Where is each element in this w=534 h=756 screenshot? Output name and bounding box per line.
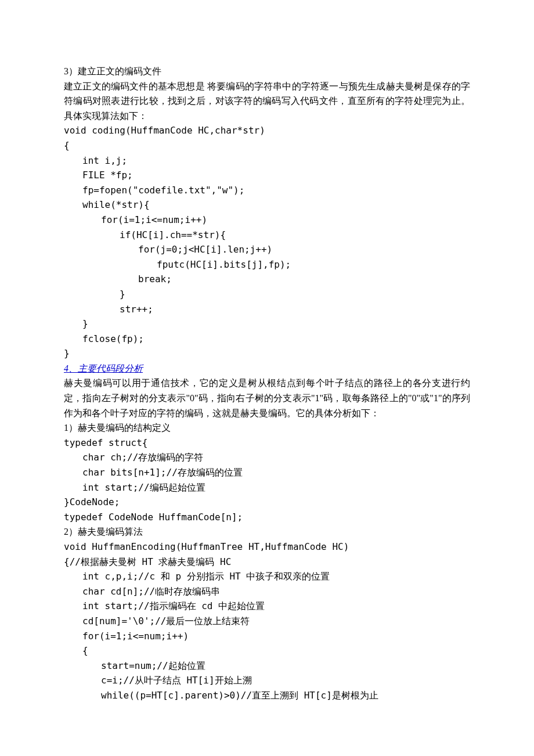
- code-line: start=num;//起始位置: [64, 658, 470, 674]
- code-line: {: [64, 643, 470, 658]
- code-line: }CodeNode;: [64, 495, 470, 510]
- section-4-paragraph: 赫夫曼编码可以用于通信技术，它的定义是树从根结点到每个叶子结点的路径上的各分支进…: [64, 376, 470, 420]
- code-line: while(*str){: [64, 197, 470, 213]
- code-line: while((p=HT[c].parent)>0)//直至上溯到 HT[c]是树…: [64, 688, 470, 703]
- subsection-4-2-title: 2）赫夫曼编码算法: [64, 524, 470, 539]
- code-line: int start;//编码起始位置: [64, 480, 470, 495]
- code-line: int start;//指示编码在 cd 中起始位置: [64, 599, 470, 614]
- code-line: {//根据赫夫曼树 HT 求赫夫曼编码 HC: [64, 555, 470, 570]
- code-line: typedef struct{: [64, 435, 470, 451]
- code-line: char ch;//存放编码的字符: [64, 450, 470, 465]
- code-line: break;: [64, 272, 470, 287]
- code-line: for(i=1;i<=num;i++): [64, 213, 470, 228]
- section-4-title: 4、主要代码段分析: [64, 361, 470, 376]
- code-line: char cd[n];//临时存放编码串: [64, 584, 470, 599]
- subsection-4-1-title: 1）赫夫曼编码的结构定义: [64, 420, 470, 435]
- code-line: c=i;//从叶子结点 HT[i]开始上溯: [64, 673, 470, 688]
- code-line: void HuffmanEncoding(HuffmanTree HT,Huff…: [64, 539, 470, 555]
- code-line: }: [64, 346, 470, 361]
- code-line: cd[num]='\0';//最后一位放上结束符: [64, 614, 470, 629]
- code-line: int c,p,i;//c 和 p 分别指示 HT 中孩子和双亲的位置: [64, 569, 470, 584]
- code-line: }: [64, 287, 470, 302]
- code-line: fclose(fp);: [64, 332, 470, 347]
- code-line: typedef CodeNode HuffmanCode[n];: [64, 510, 470, 525]
- code-line: FILE *fp;: [64, 168, 470, 183]
- code-line: {: [64, 138, 470, 153]
- code-line: for(i=1;i<=num;i++): [64, 629, 470, 644]
- section-3-paragraph: 建立正文的编码文件的基本思想是 将要编码的字符串中的字符逐一与预先生成赫夫曼树是…: [64, 79, 470, 124]
- section-3-title: 3）建立正文的编码文件: [64, 64, 470, 79]
- code-line: }: [64, 316, 470, 332]
- code-line: if(HC[i].ch==*str){: [64, 228, 470, 243]
- document-page: 3）建立正文的编码文件 建立正文的编码文件的基本思想是 将要编码的字符串中的字符…: [0, 0, 534, 756]
- code-line: char bits[n+1];//存放编码的位置: [64, 465, 470, 480]
- code-line: fputc(HC[i].bits[j],fp);: [64, 257, 470, 272]
- code-line: str++;: [64, 302, 470, 317]
- code-line: void coding(HuffmanCode HC,char*str): [64, 123, 470, 138]
- code-line: fp=fopen("codefile.txt","w");: [64, 183, 470, 198]
- code-line: for(j=0;j<HC[i].len;j++): [64, 242, 470, 257]
- code-line: int i,j;: [64, 153, 470, 168]
